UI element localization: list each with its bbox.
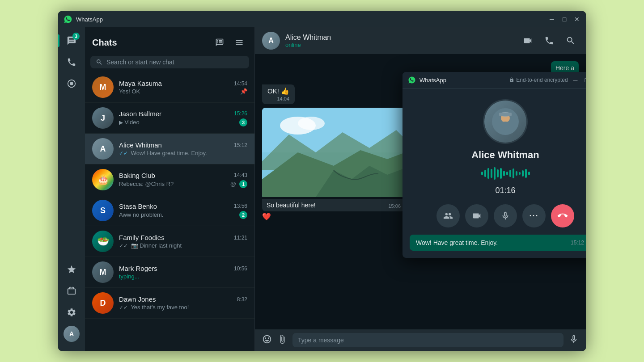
call-title: WhatsApp <box>419 77 505 84</box>
user-avatar: A <box>64 326 80 342</box>
attach-button[interactable] <box>277 334 287 346</box>
call-window-controls: ─ □ ✕ <box>572 76 586 84</box>
list-item[interactable]: M Mark Rogers 10:56 typing... <box>85 257 254 288</box>
chat-info: Stasa Benko 13:56 Aww no problem. 2 <box>119 202 247 219</box>
emoji-button[interactable] <box>262 334 272 346</box>
message-input-bar <box>255 329 586 351</box>
search-input[interactable] <box>106 59 244 66</box>
search-bar <box>90 56 249 68</box>
header-icons <box>212 34 247 51</box>
unread-badge: 1 <box>239 180 247 188</box>
call-whatsapp-logo <box>408 76 416 84</box>
avatar: J <box>92 107 114 129</box>
chat-list-title: Chats <box>92 38 117 48</box>
avatar: S <box>92 200 114 221</box>
sidebar-item-chats[interactable]: 3 <box>62 31 81 51</box>
chat-info: Mark Rogers 10:56 typing... <box>119 265 247 280</box>
chat-header-actions <box>520 33 579 49</box>
chat-info: Alice Whitman 15:12 ✓✓ Wow! Have great t… <box>119 141 247 156</box>
svg-point-1 <box>70 82 73 85</box>
chat-info: Dawn Jones 8:32 ✓✓ Yes that's my fave to… <box>119 295 247 311</box>
voice-message-button[interactable] <box>569 334 579 346</box>
titlebar-title: WhatsApp <box>76 16 548 23</box>
mute-button[interactable] <box>494 204 517 227</box>
sidebar-item-status[interactable] <box>62 74 81 93</box>
list-item[interactable]: A Alice Whitman 15:12 ✓✓ Wow! Have great… <box>85 134 254 164</box>
video-toggle-button[interactable] <box>465 204 488 227</box>
chat-badge: 3 <box>72 33 80 40</box>
chat-info: Family Foodies 11:21 ✓✓ 📷 Dinner last ni… <box>119 234 247 249</box>
call-preview-text: Wow! Have great time. Enjoy. <box>416 239 498 246</box>
video-call-button[interactable] <box>520 33 536 49</box>
titlebar: WhatsApp ─ □ ✕ <box>58 11 586 27</box>
contact-name: Alice Whitman <box>285 34 514 42</box>
more-options-button[interactable]: ··· <box>522 204 546 227</box>
sidebar-top-icons: 3 <box>62 31 81 260</box>
message-input[interactable] <box>292 333 564 347</box>
chat-header: A Alice Whitman online <box>255 27 586 54</box>
call-maximize-button[interactable]: □ <box>583 76 586 84</box>
call-body: Alice Whitman 01:16 <box>402 88 586 235</box>
list-item[interactable]: S Stasa Benko 13:56 Aww no problem. 2 <box>85 195 254 226</box>
message-bubble: So beautiful here! 15:06 ❤️ <box>262 108 405 221</box>
unread-badge: 2 <box>239 211 247 219</box>
new-chat-button[interactable] <box>212 34 228 51</box>
svg-rect-12 <box>499 113 512 116</box>
chat-info: Jason Ballmer 15:26 ▶ Video 3 <box>119 110 247 126</box>
add-people-button[interactable] <box>436 204 460 227</box>
chat-info: Maya Kasuma 14:54 Yes! OK 📌 <box>119 80 247 95</box>
call-minimize-button[interactable]: ─ <box>572 76 580 84</box>
contact-avatar[interactable]: A <box>262 32 280 50</box>
voice-call-button[interactable] <box>541 33 557 49</box>
sidebar-bottom-icons: A <box>62 260 81 347</box>
filter-button[interactable] <box>231 34 247 51</box>
call-message-preview: Wow! Have great time. Enjoy. 15:12 ✓✓ <box>410 235 586 251</box>
chat-list-panel: Chats <box>85 27 255 351</box>
call-contact-name: Alice Whitman <box>471 149 539 161</box>
chat-info: Baking Club 14:43 Rebecca: @Chris R? @ 1 <box>119 172 247 188</box>
call-overlay: WhatsApp End-to-end encrypted ─ □ ✕ <box>402 72 586 258</box>
pin-icon: 📌 <box>240 88 247 95</box>
call-action-buttons: ··· <box>436 204 574 227</box>
avatar: M <box>92 76 114 98</box>
sidebar-item-calls[interactable] <box>62 52 81 72</box>
landscape-image <box>262 108 405 197</box>
list-item[interactable]: J Jason Ballmer 15:26 ▶ Video 3 <box>85 103 254 134</box>
search-chat-button[interactable] <box>563 33 579 49</box>
list-item[interactable]: 🎂 Baking Club 14:43 Rebecca: @Chris R? @… <box>85 164 254 195</box>
maximize-button[interactable]: □ <box>561 16 568 23</box>
contact-status: online <box>285 42 514 48</box>
list-item[interactable]: 🥗 Family Foodies 11:21 ✓✓ 📷 Dinner last … <box>85 226 254 257</box>
avatar: 🥗 <box>92 231 114 252</box>
list-item[interactable]: D Dawn Jones 8:32 ✓✓ Yes that's my fave … <box>85 288 254 319</box>
sidebar-item-starred[interactable] <box>62 260 81 279</box>
mention-icon: @ <box>230 181 236 187</box>
close-button[interactable]: ✕ <box>573 16 580 23</box>
sidebar-item-archived[interactable] <box>62 281 81 301</box>
call-contact-avatar <box>483 99 528 144</box>
user-avatar-icon[interactable]: A <box>62 324 81 344</box>
avatar: M <box>92 261 114 283</box>
titlebar-controls: ─ □ ✕ <box>548 16 580 23</box>
avatar: D <box>92 292 114 314</box>
contact-info: Alice Whitman online <box>285 34 514 48</box>
minimize-button[interactable]: ─ <box>548 16 555 23</box>
icon-sidebar: 3 <box>58 27 85 351</box>
app-window: WhatsApp ─ □ ✕ 3 <box>58 11 586 351</box>
lock-icon <box>509 77 514 83</box>
app-logo <box>64 15 72 24</box>
chat-list: M Maya Kasuma 14:54 Yes! OK 📌 <box>85 72 254 351</box>
call-timer: 01:16 <box>495 186 515 195</box>
list-item[interactable]: M Maya Kasuma 14:54 Yes! OK 📌 <box>85 72 254 103</box>
avatar: 🎂 <box>92 169 114 190</box>
waveform <box>481 166 530 181</box>
unread-badge: 3 <box>239 118 247 126</box>
sidebar-item-settings[interactable] <box>62 303 81 322</box>
chat-list-header: Chats <box>85 27 254 54</box>
encryption-label: End-to-end encrypted <box>509 77 568 83</box>
avatar: A <box>92 138 114 160</box>
svg-point-5 <box>298 117 325 130</box>
end-call-button[interactable] <box>551 204 574 227</box>
call-titlebar: WhatsApp End-to-end encrypted ─ □ ✕ <box>402 72 586 88</box>
message-bubble: OK! 👍 14:04 <box>262 84 295 104</box>
